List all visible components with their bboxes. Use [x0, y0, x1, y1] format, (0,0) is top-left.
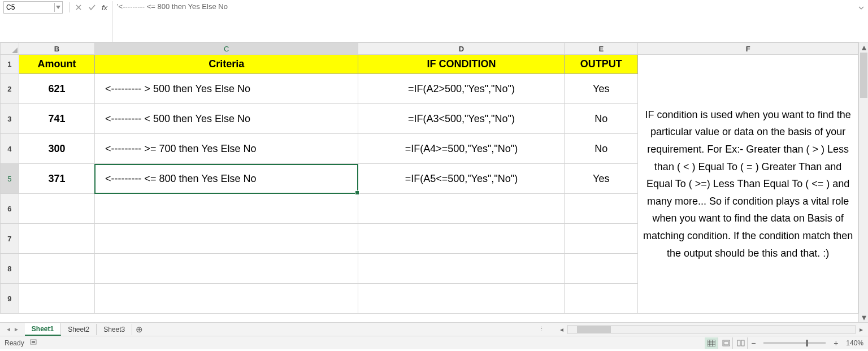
sheet-tab-sheet3[interactable]: Sheet3 [97, 324, 132, 335]
table-row[interactable]: <--------- < 500 then Yes Else No [94, 104, 358, 134]
name-box[interactable]: C5 [3, 1, 63, 14]
row-header-7[interactable]: 7 [1, 224, 19, 254]
header-ifcond[interactable]: IF CONDITION [358, 55, 565, 74]
hscroll-left-icon[interactable]: ◂ [557, 325, 566, 334]
empty-cell[interactable] [94, 194, 358, 224]
col-header-B[interactable]: B [19, 43, 94, 55]
table-row[interactable]: 741 [19, 104, 94, 134]
empty-cell[interactable] [358, 284, 565, 314]
status-bar: Ready − + 140% [0, 336, 868, 349]
row-header-5[interactable]: 5 [1, 164, 19, 194]
empty-cell[interactable] [94, 284, 358, 314]
empty-cell[interactable] [358, 194, 565, 224]
add-sheet-icon[interactable]: ⊕ [132, 324, 146, 335]
horizontal-scrollbar[interactable] [567, 325, 856, 334]
col-header-D[interactable]: D [358, 43, 565, 55]
empty-cell[interactable] [94, 254, 358, 284]
col-header-E[interactable]: E [565, 43, 638, 55]
table-row[interactable]: No [565, 134, 638, 164]
row-header-6[interactable]: 6 [1, 194, 19, 224]
zoom-level[interactable]: 140% [846, 339, 863, 347]
zoom-in-button[interactable]: + [831, 339, 840, 348]
formula-expand-icon[interactable] [858, 3, 866, 11]
empty-cell[interactable] [565, 224, 638, 254]
empty-cell[interactable] [19, 284, 94, 314]
sheet-tabs-bar: ◄ ► Sheet1 Sheet2 Sheet3 ⊕ ⋮ ◂ ▸ [0, 322, 868, 336]
header-output[interactable]: OUTPUT [565, 55, 638, 74]
row-header-9[interactable]: 9 [1, 284, 19, 314]
formula-buttons: fx [70, 1, 108, 14]
table-row[interactable]: 300 [19, 134, 94, 164]
fx-icon[interactable]: fx [102, 3, 107, 12]
vertical-scrollbar[interactable]: ▴ ▾ [858, 42, 868, 322]
svg-rect-9 [737, 340, 740, 346]
empty-cell[interactable] [565, 254, 638, 284]
table-row[interactable]: =IF(A2>500,"Yes","No") [358, 74, 565, 104]
header-criteria[interactable]: Criteria [94, 55, 358, 74]
selected-cell[interactable]: <--------- <= 800 then Yes Else No [94, 164, 358, 194]
svg-rect-1 [32, 341, 35, 343]
table-row[interactable]: 371 [19, 164, 94, 194]
row-header-1[interactable]: 1 [1, 55, 19, 74]
formula-bar: C5 fx '<--------- <= 800 then Yes Else N… [0, 0, 868, 42]
table-row[interactable]: 621 [19, 74, 94, 104]
table-row[interactable]: =IF(A4>=500,"Yes","No") [358, 134, 565, 164]
select-all-corner[interactable] [1, 43, 19, 55]
scroll-up-icon[interactable]: ▴ [859, 42, 868, 52]
table-row[interactable]: <--------- >= 700 then Yes Else No [94, 134, 358, 164]
row-header-2[interactable]: 2 [1, 74, 19, 104]
empty-cell[interactable] [94, 224, 358, 254]
table-row[interactable]: <--------- > 500 then Yes Else No [94, 74, 358, 104]
table-row[interactable]: No [565, 104, 638, 134]
svg-rect-8 [724, 341, 728, 345]
formula-input[interactable]: '<--------- <= 800 then Yes Else No [112, 1, 868, 12]
status-ready: Ready [5, 339, 24, 347]
hscroll-thumb[interactable] [577, 326, 611, 333]
col-header-F[interactable]: F [638, 43, 858, 55]
empty-cell[interactable] [19, 194, 94, 224]
empty-cell[interactable] [19, 254, 94, 284]
hscroll-right-icon[interactable]: ▸ [857, 325, 866, 334]
sheet-tab-sheet1[interactable]: Sheet1 [25, 323, 61, 336]
enter-formula-icon[interactable] [87, 2, 97, 12]
empty-cell[interactable] [19, 224, 94, 254]
scroll-down-icon[interactable]: ▾ [859, 313, 868, 322]
scrollbar-thumb[interactable] [860, 53, 867, 98]
svg-rect-2 [708, 340, 715, 346]
zoom-slider-thumb[interactable] [806, 340, 808, 346]
svg-rect-10 [741, 340, 744, 346]
hscroll-split-icon[interactable]: ⋮ [539, 326, 545, 333]
name-box-dropdown-icon[interactable] [54, 3, 61, 12]
cancel-formula-icon[interactable] [73, 2, 84, 12]
table-row[interactable]: Yes [565, 74, 638, 104]
spreadsheet-grid[interactable]: B C D E F 1 Amount Criteria IF CONDITION… [0, 42, 858, 322]
tab-prev-icon[interactable]: ◄ [6, 326, 11, 332]
table-row[interactable]: =IF(A3<500,"Yes","No") [358, 104, 565, 134]
empty-cell[interactable] [565, 194, 638, 224]
header-amount[interactable]: Amount [19, 55, 94, 74]
zoom-out-button[interactable]: − [749, 339, 758, 348]
row-header-8[interactable]: 8 [1, 254, 19, 284]
view-pagebreak-icon[interactable] [734, 337, 748, 349]
macro-record-icon[interactable] [30, 338, 39, 348]
empty-cell[interactable] [358, 254, 565, 284]
cell-reference: C5 [6, 3, 15, 11]
empty-cell[interactable] [565, 284, 638, 314]
tab-navigation[interactable]: ◄ ► [0, 326, 25, 332]
formula-input-area[interactable]: '<--------- <= 800 then Yes Else No [112, 1, 868, 42]
view-normal-icon[interactable] [705, 337, 718, 349]
table-row[interactable]: Yes [565, 164, 638, 194]
table-row[interactable]: =IF(A5<=500,"Yes","No") [358, 164, 565, 194]
sheet-tab-sheet2[interactable]: Sheet2 [61, 324, 97, 335]
tab-next-icon[interactable]: ► [14, 326, 19, 332]
zoom-slider[interactable] [763, 342, 826, 344]
col-header-C[interactable]: C [94, 43, 358, 55]
notes-cell[interactable]: IF condition is used when you want to fi… [638, 55, 858, 314]
row-header-3[interactable]: 3 [1, 104, 19, 134]
row-header-4[interactable]: 4 [1, 134, 19, 164]
empty-cell[interactable] [358, 224, 565, 254]
view-pagelayout-icon[interactable] [719, 337, 733, 349]
